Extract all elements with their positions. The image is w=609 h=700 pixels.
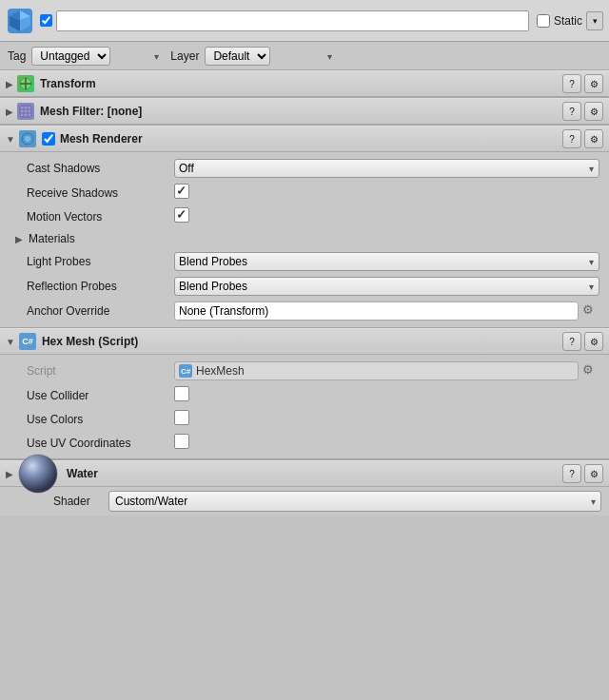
transform-help-btn[interactable]: ? <box>562 74 581 93</box>
tag-select-wrapper: Untagged <box>31 47 165 66</box>
script-name: HexMesh <box>196 364 245 378</box>
script-file-icon: C# <box>179 364 192 378</box>
light-probes-label: Light Probes <box>27 255 174 268</box>
shader-row: Shader Custom/Water Standard Unlit/Color <box>0 487 609 515</box>
materials-label: Materials <box>29 232 75 245</box>
mesh-renderer-header[interactable]: ▼ Mesh Renderer ? ⚙ <box>0 126 609 152</box>
mesh-renderer-btns: ? ⚙ <box>562 129 603 148</box>
mesh-filter-header[interactable]: ▶ Mesh Filter: [none] ? ⚙ <box>0 98 609 125</box>
materials-arrow: ▶ <box>15 234 23 244</box>
anchor-override-input[interactable] <box>174 301 579 321</box>
light-probes-select-wrapper: Off Blend Probes Use Proxy Volume Custom… <box>174 252 599 271</box>
header-bar: Water Static ▾ <box>0 0 609 42</box>
tag-label: Tag <box>8 49 26 63</box>
script-cog-icon[interactable]: ⚙ <box>582 362 599 379</box>
layer-select[interactable]: Default <box>205 47 270 66</box>
reflection-probes-value: Off Blend Probes Simple Reflection Probe <box>174 277 599 296</box>
mesh-filter-arrow: ▶ <box>6 107 13 117</box>
cast-shadows-select-wrapper: Off On Two Sided Shadows Only <box>174 159 599 178</box>
material-info: Water <box>67 467 562 480</box>
hex-mesh-script-title: Hex Mesh (Script) <box>42 335 562 348</box>
use-uv-checkbox[interactable] <box>174 434 189 449</box>
transform-btns: ? ⚙ <box>562 74 603 93</box>
transform-arrow: ▶ <box>6 79 13 89</box>
mesh-renderer-title: Mesh Renderer <box>60 132 562 146</box>
transform-gear-btn[interactable]: ⚙ <box>584 74 603 93</box>
hex-mesh-script-help-btn[interactable]: ? <box>562 332 581 351</box>
script-field[interactable]: C# HexMesh <box>174 361 579 380</box>
use-uv-value <box>174 434 599 452</box>
mesh-filter-component: ▶ Mesh Filter: [none] ? ⚙ <box>0 98 609 126</box>
static-checkbox[interactable] <box>537 14 550 28</box>
transform-icon <box>17 75 34 92</box>
mesh-renderer-component: ▼ Mesh Renderer ? ⚙ Cast Shadows Off On … <box>0 126 609 328</box>
mesh-renderer-body: Cast Shadows Off On Two Sided Shadows On… <box>0 152 609 327</box>
cast-shadows-select[interactable]: Off On Two Sided Shadows Only <box>174 159 599 178</box>
tag-select[interactable]: Untagged <box>31 47 110 66</box>
receive-shadows-checkbox[interactable] <box>174 184 189 199</box>
motion-vectors-value <box>174 207 599 225</box>
object-name-input[interactable]: Water <box>56 10 529 31</box>
reflection-probes-select-wrapper: Off Blend Probes Simple Reflection Probe <box>174 277 599 296</box>
hex-mesh-script-header[interactable]: ▼ C# Hex Mesh (Script) ? ⚙ <box>0 328 609 355</box>
motion-vectors-label: Motion Vectors <box>27 210 174 224</box>
script-label: Script <box>27 364 174 378</box>
hex-mesh-script-body: Script C# HexMesh ⚙ Use Collider Use Col… <box>0 355 609 458</box>
mesh-filter-icon <box>17 103 34 120</box>
reflection-probes-select[interactable]: Off Blend Probes Simple Reflection Probe <box>174 277 599 296</box>
material-name: Water <box>67 467 98 480</box>
anchor-override-label: Anchor Override <box>27 304 174 318</box>
shader-select[interactable]: Custom/Water Standard Unlit/Color <box>108 491 601 512</box>
static-label: Static <box>554 14 582 28</box>
mesh-renderer-gear-btn[interactable]: ⚙ <box>584 129 603 148</box>
material-help-btn[interactable]: ? <box>562 464 581 483</box>
material-section: ▶ Water ? ⚙ Shader Custom/Water Stand <box>0 459 609 515</box>
mesh-filter-btns: ? ⚙ <box>562 102 603 121</box>
hex-mesh-script-gear-btn[interactable]: ⚙ <box>584 332 603 351</box>
hex-mesh-script-component: ▼ C# Hex Mesh (Script) ? ⚙ Script C# Hex… <box>0 328 609 459</box>
layer-select-wrapper: Default <box>205 47 338 66</box>
tag-layer-bar: Tag Untagged Layer Default <box>0 42 609 70</box>
transform-header[interactable]: ▶ Transform ? ⚙ <box>0 70 609 97</box>
svg-point-16 <box>19 455 57 493</box>
use-colors-row: Use Colors <box>0 407 609 431</box>
cast-shadows-row: Cast Shadows Off On Two Sided Shadows On… <box>0 156 609 181</box>
mesh-filter-title: Mesh Filter: [none] <box>40 105 562 118</box>
object-icon <box>6 7 34 35</box>
hex-mesh-script-arrow: ▼ <box>6 337 15 347</box>
receive-shadows-label: Receive Shadows <box>27 186 174 200</box>
light-probes-value: Off Blend Probes Use Proxy Volume Custom… <box>174 252 599 271</box>
use-uv-label: Use UV Coordinates <box>27 437 174 450</box>
use-collider-label: Use Collider <box>27 389 174 402</box>
material-btns: ? ⚙ <box>562 464 603 483</box>
use-colors-checkbox[interactable] <box>174 410 189 425</box>
material-gear-btn[interactable]: ⚙ <box>584 464 603 483</box>
hex-mesh-script-btns: ? ⚙ <box>562 332 603 351</box>
use-collider-row: Use Collider <box>0 383 609 407</box>
mesh-renderer-icon <box>19 130 36 147</box>
motion-vectors-checkbox[interactable] <box>174 207 189 223</box>
static-dropdown-btn[interactable]: ▾ <box>586 11 603 30</box>
shader-label: Shader <box>53 495 101 508</box>
use-colors-value <box>174 410 599 428</box>
script-row: Script C# HexMesh ⚙ <box>0 359 609 383</box>
script-value: C# HexMesh ⚙ <box>174 361 599 380</box>
mesh-filter-help-btn[interactable]: ? <box>562 102 581 121</box>
use-collider-checkbox[interactable] <box>174 386 189 401</box>
materials-row[interactable]: ▶ Materials <box>0 228 609 249</box>
receive-shadows-row: Receive Shadows <box>0 181 609 204</box>
object-active-checkbox[interactable] <box>40 14 52 27</box>
reflection-probes-row: Reflection Probes Off Blend Probes Simpl… <box>0 274 609 299</box>
light-probes-select[interactable]: Off Blend Probes Use Proxy Volume Custom… <box>174 252 599 271</box>
mesh-renderer-arrow: ▼ <box>6 134 15 145</box>
receive-shadows-value <box>174 184 599 202</box>
mesh-renderer-active-checkbox[interactable] <box>42 132 55 146</box>
anchor-cog-icon[interactable]: ⚙ <box>582 302 599 320</box>
use-uv-row: Use UV Coordinates <box>0 431 609 455</box>
use-colors-label: Use Colors <box>27 413 174 426</box>
mesh-renderer-help-btn[interactable]: ? <box>562 129 581 148</box>
hex-mesh-script-icon: C# <box>19 333 36 350</box>
material-arrow[interactable]: ▶ <box>6 469 13 479</box>
mesh-filter-gear-btn[interactable]: ⚙ <box>584 102 603 121</box>
material-header: ▶ Water ? ⚙ <box>0 460 609 487</box>
